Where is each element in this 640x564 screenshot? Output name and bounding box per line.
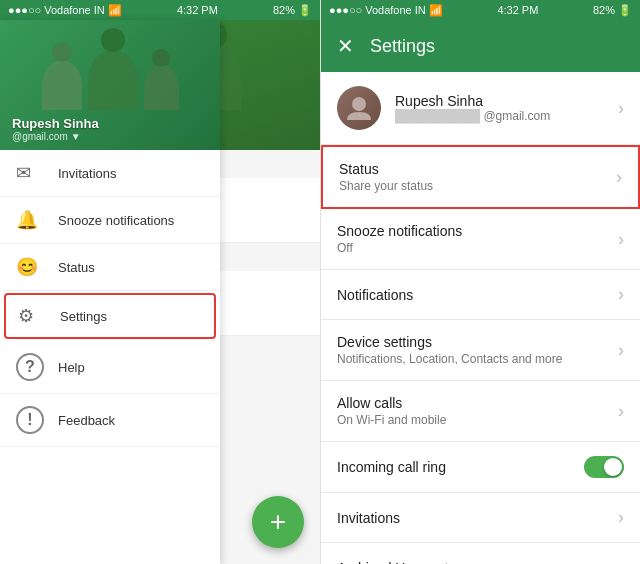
nav-menu: Rupesh Sinha @gmail.com ▼ ✉ Invitations … <box>0 20 220 564</box>
status-nav-icon: 😊 <box>16 256 44 278</box>
settings-list: Rupesh Sinha ██████████ @gmail.com › Sta… <box>321 72 640 564</box>
settings-row-archived[interactable]: Archived Hangouts › <box>321 543 640 564</box>
invitations-label: Invitations <box>58 166 117 181</box>
right-battery-info: 82% 🔋 <box>593 4 632 17</box>
ring-toggle[interactable] <box>584 456 624 478</box>
right-wifi-icon: 📶 <box>429 4 443 17</box>
nav-item-snooze[interactable]: 🔔 Snooze notifications <box>0 197 220 244</box>
left-wifi-icon: 📶 <box>108 4 122 17</box>
nav-header: Rupesh Sinha @gmail.com ▼ <box>0 20 220 150</box>
archived-row-title: Archived Hangouts <box>337 560 618 565</box>
dropdown-arrow-icon: ▼ <box>71 131 81 142</box>
settings-nav-label: Settings <box>60 309 107 324</box>
settings-row-snooze[interactable]: Snooze notifications Off › <box>321 209 640 270</box>
settings-row-ring[interactable]: Incoming call ring <box>321 442 640 493</box>
calls-row-title: Allow calls <box>337 395 618 411</box>
archived-row-content: Archived Hangouts <box>337 560 618 565</box>
left-carrier: Vodafone IN <box>44 4 105 16</box>
nav-header-name: Rupesh Sinha <box>12 116 99 131</box>
status-row-content: Status Share your status <box>339 161 616 193</box>
status-chevron-icon: › <box>616 167 622 188</box>
calls-chevron-icon: › <box>618 401 624 422</box>
calls-row-content: Allow calls On Wi-Fi and mobile <box>337 395 618 427</box>
feedback-nav-label: Feedback <box>58 413 115 428</box>
toggle-knob <box>604 458 622 476</box>
settings-row-calls[interactable]: Allow calls On Wi-Fi and mobile › <box>321 381 640 442</box>
nav-item-feedback[interactable]: ! Feedback <box>0 394 220 447</box>
svg-point-0 <box>352 97 366 111</box>
snooze-row-content: Snooze notifications Off <box>337 223 618 255</box>
left-panel: ●●●○○ Vodafone IN 📶 4:32 PM 82% 🔋 <box>0 0 320 564</box>
settings-nav-icon: ⚙ <box>18 305 46 327</box>
fab-compose-button[interactable]: + <box>252 496 304 548</box>
email-redacted: ██████████ <box>395 109 480 123</box>
archived-chevron-icon: › <box>618 557 624 564</box>
snooze-row-subtitle: Off <box>337 241 618 255</box>
device-row-title: Device settings <box>337 334 618 350</box>
settings-row-invitations[interactable]: Invitations › <box>321 493 640 543</box>
status-nav-label: Status <box>58 260 95 275</box>
device-row-subtitle: Notifications, Location, Contacts and mo… <box>337 352 618 366</box>
right-battery-pct: 82% <box>593 4 615 16</box>
right-panel: ●●●○○ Vodafone IN 📶 4:32 PM 82% 🔋 ✕ Sett… <box>320 0 640 564</box>
notifications-row-content: Notifications <box>337 287 618 303</box>
nav-item-status[interactable]: 😊 Status <box>0 244 220 291</box>
account-email: ██████████ @gmail.com <box>395 109 618 123</box>
left-battery-pct: 82% <box>273 4 295 16</box>
nav-item-help[interactable]: ? Help <box>0 341 220 394</box>
help-nav-label: Help <box>58 360 85 375</box>
invitations-row-content: Invitations <box>337 510 618 526</box>
left-battery-info: 82% 🔋 <box>273 4 312 17</box>
snooze-label: Snooze notifications <box>58 213 174 228</box>
account-name: Rupesh Sinha <box>395 93 618 109</box>
calls-row-subtitle: On Wi-Fi and mobile <box>337 413 618 427</box>
invitations-row-title: Invitations <box>337 510 618 526</box>
invitations-icon: ✉ <box>16 162 44 184</box>
account-avatar <box>337 86 381 130</box>
right-battery-icon: 🔋 <box>618 4 632 17</box>
right-carrier-info: ●●●○○ Vodafone IN 📶 <box>329 4 443 17</box>
account-item[interactable]: Rupesh Sinha ██████████ @gmail.com › <box>321 72 640 145</box>
left-status-bar: ●●●○○ Vodafone IN 📶 4:32 PM 82% 🔋 <box>0 0 320 20</box>
settings-row-device[interactable]: Device settings Notifications, Location,… <box>321 320 640 381</box>
ring-row-content: Incoming call ring <box>337 459 584 475</box>
nav-menu-items: ✉ Invitations 🔔 Snooze notifications 😊 S… <box>0 150 220 564</box>
right-carrier: Vodafone IN <box>365 4 426 16</box>
account-person-svg <box>345 94 373 122</box>
account-avatar-image <box>337 86 381 130</box>
ring-row-title: Incoming call ring <box>337 459 584 475</box>
snooze-icon: 🔔 <box>16 209 44 231</box>
help-nav-icon: ? <box>16 353 44 381</box>
left-battery-icon: 🔋 <box>298 4 312 17</box>
device-chevron-icon: › <box>618 340 624 361</box>
nav-header-user: Rupesh Sinha @gmail.com ▼ <box>12 116 99 142</box>
settings-title: Settings <box>370 36 435 57</box>
settings-row-notifications[interactable]: Notifications › <box>321 270 640 320</box>
settings-top-bar: ✕ Settings <box>321 20 640 72</box>
nav-header-email: @gmail.com ▼ <box>12 131 99 142</box>
left-signal-dots: ●●●○○ <box>8 4 41 16</box>
account-chevron-icon: › <box>618 98 624 119</box>
account-info: Rupesh Sinha ██████████ @gmail.com <box>395 93 618 123</box>
notifications-row-title: Notifications <box>337 287 618 303</box>
notifications-chevron-icon: › <box>618 284 624 305</box>
status-row-title: Status <box>339 161 616 177</box>
nav-item-invitations[interactable]: ✉ Invitations <box>0 150 220 197</box>
right-status-bar: ●●●○○ Vodafone IN 📶 4:32 PM 82% 🔋 <box>321 0 640 20</box>
snooze-row-title: Snooze notifications <box>337 223 618 239</box>
right-signal-dots: ●●●○○ <box>329 4 362 16</box>
feedback-nav-icon: ! <box>16 406 44 434</box>
left-carrier-info: ●●●○○ Vodafone IN 📶 <box>8 4 122 17</box>
right-time: 4:32 PM <box>497 4 538 16</box>
left-time: 4:32 PM <box>177 4 218 16</box>
settings-row-status[interactable]: Status Share your status › <box>321 145 640 209</box>
invitations-chevron-icon: › <box>618 507 624 528</box>
device-row-content: Device settings Notifications, Location,… <box>337 334 618 366</box>
fab-plus-icon: + <box>270 506 286 538</box>
close-button[interactable]: ✕ <box>337 34 354 58</box>
snooze-chevron-icon: › <box>618 229 624 250</box>
nav-item-settings[interactable]: ⚙ Settings <box>4 293 216 339</box>
status-row-subtitle: Share your status <box>339 179 616 193</box>
